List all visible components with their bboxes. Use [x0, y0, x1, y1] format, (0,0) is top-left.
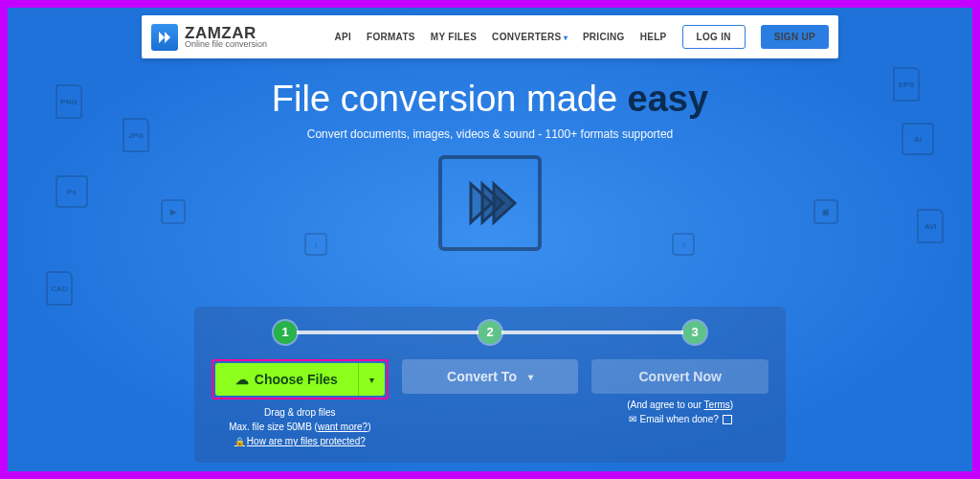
sketch-ai-icon: Ai [902, 123, 934, 155]
sketch-eps-icon: EPS [893, 67, 920, 102]
sketch-avi-icon: AVI [917, 209, 944, 243]
terms-link[interactable]: Terms [704, 399, 730, 410]
sketch-ps-icon: Ps [56, 175, 88, 208]
top-bar: ZAMZAR Online file conversion API FORMAT… [142, 15, 838, 58]
logo-icon [151, 24, 178, 51]
hero: File conversion made easy Convert docume… [8, 80, 972, 251]
nav-help[interactable]: HELP [640, 32, 667, 42]
sketch-cad-icon: CAD [46, 271, 73, 306]
nav-pricing[interactable]: PRICING [583, 32, 625, 42]
hero-subtitle: Convert documents, images, videos & soun… [8, 127, 972, 141]
choose-files-dropdown[interactable]: ▾ [358, 363, 385, 396]
convert-panel: 1 2 3 ☁ Choose Files ▾ Drag & drop files… [194, 307, 786, 463]
choose-highlight: ☁ Choose Files ▾ [212, 359, 389, 399]
mail-icon: ✉ [629, 414, 636, 424]
step-1: 1 [274, 321, 297, 344]
convert-now-button[interactable]: Convert Now [591, 359, 768, 394]
logo[interactable]: ZAMZAR Online file conversion [151, 24, 267, 51]
step-3: 3 [683, 321, 706, 344]
choose-files-button[interactable]: ☁ Choose Files [215, 363, 358, 396]
sketch-png-icon: PNG [56, 84, 82, 119]
hero-title: File conversion made easy [8, 80, 972, 120]
want-more-link[interactable]: want more? [318, 422, 368, 432]
login-button[interactable]: LOG IN [682, 25, 746, 49]
step-2: 2 [479, 321, 501, 344]
sketch-note2-icon: ♫ [672, 233, 695, 256]
sketch-img-icon: ▣ [813, 199, 838, 224]
upload-icon: ☁ [235, 372, 249, 387]
email-checkbox[interactable] [723, 415, 732, 424]
choose-hints: Drag & drop files Max. file size 50MB (w… [229, 405, 370, 449]
nav-api[interactable]: API [334, 32, 351, 42]
signup-button[interactable]: SIGN UP [761, 25, 829, 49]
nav-formats[interactable]: FORMATS [367, 32, 415, 42]
files-protected-link[interactable]: How are my files protected? [234, 436, 366, 446]
main-nav: API FORMATS MY FILES CONVERTERS PRICING … [334, 25, 829, 49]
brand-tagline: Online file conversion [185, 39, 267, 49]
hero-play-icon [438, 155, 542, 251]
email-when-done[interactable]: ✉ Email when done? [629, 414, 732, 424]
sketch-note-icon: ♪ [304, 233, 327, 256]
sketch-play-icon: ▶ [161, 199, 186, 224]
nav-converters[interactable]: CONVERTERS [492, 32, 568, 42]
nav-myfiles[interactable]: MY FILES [431, 32, 477, 42]
terms-text: (And agree to our Terms) [627, 399, 733, 410]
step-indicator: 1 2 3 [274, 321, 706, 344]
sketch-jpg-icon: JPG [122, 118, 149, 152]
convert-to-dropdown[interactable]: Convert To [402, 359, 579, 394]
